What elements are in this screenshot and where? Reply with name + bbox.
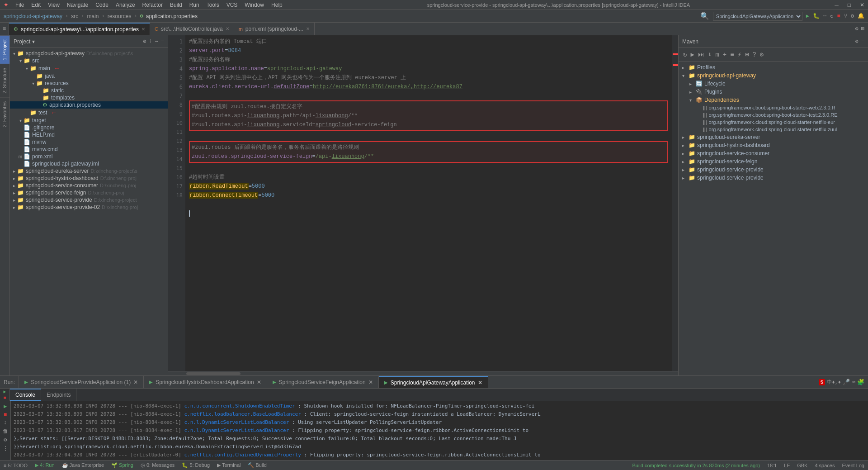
menu-file[interactable]: File — [15, 2, 24, 8]
maven-refresh-btn[interactable]: ↻ — [682, 50, 688, 59]
tree-item-src[interactable]: ▾ 📁 src — [10, 57, 168, 64]
keyboard-icon[interactable]: ⌨ — [852, 379, 855, 386]
maven-item-provide-mvn[interactable]: ▸ 📁 springcloud-service-provide — [679, 166, 868, 174]
menu-view[interactable]: View — [48, 2, 60, 8]
maven-settings2-btn[interactable]: ⚙ — [759, 50, 764, 59]
run-config-dropdown[interactable]: SpringcloudApiGatewayApplication — [713, 12, 802, 21]
run-tab-gateway-close[interactable]: ✕ — [478, 380, 482, 386]
menu-navigate[interactable]: Navigate — [67, 2, 88, 8]
code-content[interactable]: #配置服务内嵌的 Tomcat 端口 server.port=8084 #配置服… — [185, 35, 672, 371]
console-run-icon[interactable]: ▶ — [3, 389, 6, 394]
status-terminal[interactable]: ▶ Terminal — [217, 462, 241, 468]
run-tab-provide[interactable]: ▶ SpringcloudServiceProvideApplication (… — [19, 376, 144, 388]
maven-item-eureka[interactable]: ▸ 📁 springcloud-eureka-server — [679, 133, 868, 141]
tab-close-pom[interactable]: ✕ — [306, 26, 310, 31]
search-icon[interactable]: 🔍 — [700, 12, 709, 21]
tree-item-main[interactable]: ▾ 📁 main ← — [10, 64, 168, 72]
tree-item-app-props[interactable]: ⚙ application.properties — [10, 101, 168, 109]
status-lf[interactable]: LF — [784, 463, 790, 468]
console-text-area[interactable]: 2023-03-07 13:32:03.898 INFO 20728 --- [… — [11, 401, 868, 460]
console-play-icon[interactable]: ▶ — [4, 403, 7, 410]
breadcrumb-resources[interactable]: resources — [108, 13, 132, 19]
tree-item-mvnwcmd[interactable]: 📄 mvnw.cmd — [10, 146, 168, 153]
maven-dep-4[interactable]: ||| org.springframework.cloud:spring-clo… — [679, 126, 868, 133]
run-tab-gateway[interactable]: ▶ SpringcloudApiGatewayApplication ✕ — [379, 376, 488, 388]
status-run[interactable]: ▶ 4: Run — [35, 462, 54, 468]
maven-settings-icon[interactable]: ⚙ — [855, 38, 859, 45]
menu-tools[interactable]: Tools — [207, 2, 219, 8]
console-settings-icon2[interactable]: ⚙ — [4, 437, 7, 443]
menu-code[interactable]: Code — [95, 2, 108, 8]
vertical-tab-favorites[interactable]: 2: Favorites — [0, 97, 9, 131]
menu-edit[interactable]: Edit — [31, 2, 41, 8]
vertical-tab-structure[interactable]: 2: Structure — [0, 64, 9, 97]
hscrollbar-thumb[interactable] — [186, 372, 241, 375]
tree-item-consumer[interactable]: ▸ 📁 springcloud-service-consumer D:\xinc… — [10, 182, 168, 189]
tree-item-provide02[interactable]: ▸ 📁 springcloud-service-provide-02 D:\xi… — [10, 204, 168, 211]
maven-plus-btn[interactable]: + — [722, 50, 727, 59]
maven-help-btn[interactable]: ? — [751, 50, 757, 59]
run-tab-feign[interactable]: ▶ SpringcloudServiceFeignApplication ✕ — [267, 376, 379, 388]
status-build[interactable]: 🔨 Build — [248, 462, 267, 468]
status-debug[interactable]: 🐛 5: Debug — [182, 462, 210, 468]
maven-generate-btn[interactable]: ⚡ — [737, 50, 742, 59]
project-icon-3[interactable]: ⋯ — [155, 38, 158, 45]
breadcrumb-src[interactable]: src — [71, 13, 78, 19]
debug-btn[interactable]: 🐛 — [813, 13, 820, 19]
stop-btn[interactable]: ■ — [837, 13, 840, 19]
tree-item-test[interactable]: 📁 test ← — [10, 109, 168, 117]
status-event-log[interactable]: Event Log — [842, 463, 864, 468]
run-tab-feign-close[interactable]: ✕ — [368, 379, 373, 385]
console-tab-endpoints[interactable]: Endpoints — [41, 389, 76, 401]
menu-refactor[interactable]: Refactor — [142, 2, 163, 8]
menu-help[interactable]: Help — [271, 2, 283, 8]
menu-run[interactable]: Run — [189, 2, 199, 8]
project-icon-2[interactable]: ↕ — [149, 38, 152, 45]
tree-item-java[interactable]: 📁 java — [10, 72, 168, 80]
maven-diagram-btn[interactable]: ⊞ — [744, 50, 750, 59]
status-charset[interactable]: GBK — [797, 463, 807, 468]
tree-item-hystrix[interactable]: ▸ 📁 springcloud-hystrix-dashboard D:\xin… — [10, 175, 168, 182]
project-icon-1[interactable]: ⚙ — [143, 38, 146, 45]
tree-item-helpmd[interactable]: 📄 HELP.md — [10, 131, 168, 138]
run-btn[interactable]: ▶ — [806, 13, 809, 19]
maven-item-provide2-mvn[interactable]: ▸ 📁 springcloud-service-provide — [679, 174, 868, 182]
notifications-icon[interactable]: 🔔 — [858, 13, 864, 19]
maven-item-lifecycle[interactable]: ▸ 🔄 Lifecycle — [679, 80, 868, 88]
tree-item-templates[interactable]: 📁 templates — [10, 94, 168, 101]
tree-item-gateway[interactable]: ▾ 📁 springcloud-api-gateway D:\xincheng-… — [10, 50, 168, 57]
status-spring[interactable]: 🌱 Spring — [111, 462, 133, 468]
menu-window[interactable]: Window — [245, 2, 264, 8]
maven-item-dependencies[interactable]: ▾ 📦 Dependencies — [679, 96, 868, 104]
run-tab-provide-close[interactable]: ✕ — [133, 379, 138, 385]
run-tab-hystrix[interactable]: ▶ SpringcloudHystrixDashboardApplication… — [144, 376, 267, 388]
tree-item-gitignore[interactable]: 📄 .gitignore — [10, 124, 168, 131]
editor-hscrollbar[interactable] — [168, 371, 678, 375]
tree-item-mvnw[interactable]: 📄 mvnw — [10, 138, 168, 146]
tree-item-target[interactable]: ▾ 📁 target — [10, 117, 168, 124]
more-btn[interactable]: ⋯ — [823, 13, 826, 19]
mic-icon[interactable]: 🎤 — [843, 379, 850, 386]
settings-icon[interactable]: ⚙ — [851, 13, 854, 19]
run-tab-hystrix-close[interactable]: ✕ — [257, 379, 261, 385]
maven-filter-btn[interactable]: m — [714, 50, 720, 59]
maven-dep-3[interactable]: ||| org.springframework.cloud:spring-clo… — [679, 119, 868, 126]
tree-item-eureka[interactable]: ▸ 📁 springcloud-eureka-server D:\xinchen… — [10, 167, 168, 175]
puzzle-icon[interactable]: 🧩 — [857, 379, 864, 386]
project-toggle[interactable]: ≡ — [0, 23, 9, 35]
breadcrumb-gateway[interactable]: springcloud-api-gateway — [4, 13, 62, 19]
tree-item-pomxml[interactable]: m 📄 pom.xml — [10, 153, 168, 160]
tab-application-properties[interactable]: ⚙ springcloud-api-gateway\...\applicatio… — [9, 23, 150, 35]
status-java[interactable]: ☕ Java Enterprise — [62, 462, 104, 468]
maven-item-plugins[interactable]: ▸ 🔌 Plugins — [679, 88, 868, 96]
maven-dep-1[interactable]: ||| org.springframework.boot:spring-boot… — [679, 104, 868, 111]
tree-item-static[interactable]: 📁 static — [10, 87, 168, 94]
maven-item-feign-mvn[interactable]: ▸ 📁 springcloud-service-feign — [679, 157, 868, 166]
console-scroll-icon[interactable]: ↕ — [4, 420, 7, 426]
minimize-btn[interactable]: ─ — [835, 2, 839, 8]
console-clear-icon[interactable]: 🗑 — [3, 428, 8, 435]
settings-tab-icon[interactable]: ⚙ — [855, 25, 859, 32]
maven-item-consumer-mvn[interactable]: ▸ 📁 springcloud-service-consumer — [679, 149, 868, 157]
status-spaces[interactable]: 4 spaces — [815, 463, 835, 468]
maven-run-btn[interactable]: ▶ — [689, 50, 695, 59]
